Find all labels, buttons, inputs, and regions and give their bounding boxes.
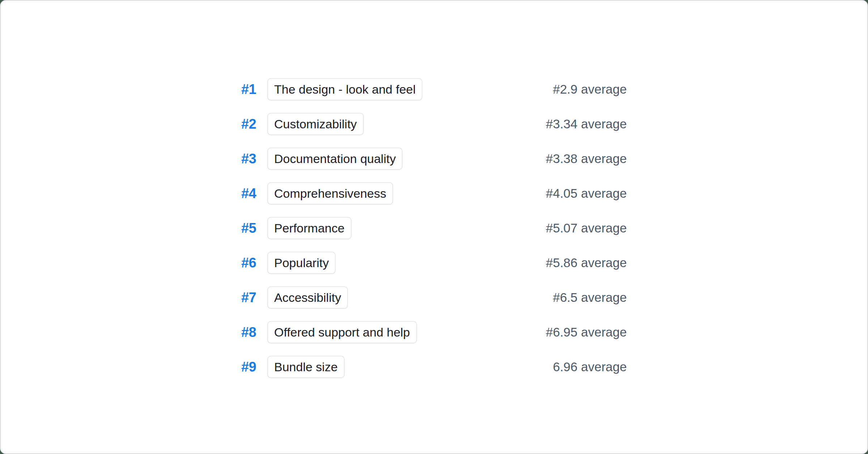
- option-pill[interactable]: Bundle size: [267, 356, 345, 378]
- ranking-row: #7 Accessibility #6.5 average: [241, 280, 627, 315]
- average-value: #6.5 average: [553, 290, 627, 305]
- ranking-row: #3 Documentation quality #3.38 average: [241, 141, 627, 176]
- option-label: Bundle size: [274, 360, 338, 374]
- option-pill[interactable]: Popularity: [267, 252, 336, 274]
- average-value: #3.38 average: [546, 151, 627, 166]
- average-value: 6.96 average: [553, 360, 627, 374]
- option-label: Popularity: [274, 256, 329, 270]
- ranking-row: #2 Customizability #3.34 average: [241, 107, 627, 141]
- option-pill[interactable]: Accessibility: [267, 286, 348, 309]
- option-pill[interactable]: Comprehensiveness: [267, 182, 393, 205]
- option-label: Comprehensiveness: [274, 187, 386, 201]
- rank-badge: #2: [241, 116, 256, 132]
- option-label: Customizability: [274, 117, 357, 131]
- option-label: The design - look and feel: [274, 82, 416, 97]
- average-value: #2.9 average: [553, 82, 627, 97]
- rank-badge: #9: [241, 359, 256, 375]
- option-pill[interactable]: The design - look and feel: [267, 78, 422, 100]
- rank-badge: #4: [241, 186, 256, 201]
- rank-badge: #3: [241, 151, 256, 167]
- rank-badge: #1: [241, 82, 256, 97]
- rank-badge: #5: [241, 220, 256, 236]
- rank-badge: #6: [241, 255, 256, 271]
- ranking-row: #6 Popularity #5.86 average: [241, 245, 627, 280]
- average-value: #6.95 average: [546, 325, 627, 339]
- option-label: Performance: [274, 221, 345, 235]
- average-value: #5.86 average: [546, 256, 627, 270]
- option-pill[interactable]: Documentation quality: [267, 147, 403, 170]
- option-label: Offered support and help: [274, 325, 410, 339]
- rank-badge: #8: [241, 325, 256, 340]
- ranking-row: #4 Comprehensiveness #4.05 average: [241, 176, 627, 211]
- option-pill[interactable]: Customizability: [267, 113, 364, 135]
- rank-badge: #7: [241, 290, 256, 305]
- average-value: #3.34 average: [546, 117, 627, 131]
- ranking-row: #5 Performance #5.07 average: [241, 211, 627, 245]
- average-value: #5.07 average: [546, 221, 627, 235]
- option-label: Documentation quality: [274, 152, 396, 166]
- option-pill[interactable]: Offered support and help: [267, 321, 417, 343]
- option-pill[interactable]: Performance: [267, 217, 352, 239]
- ranking-row: #9 Bundle size 6.96 average: [241, 350, 627, 384]
- average-value: #4.05 average: [546, 186, 627, 201]
- results-card: #1 The design - look and feel #2.9 avera…: [0, 0, 868, 454]
- ranking-row: #1 The design - look and feel #2.9 avera…: [241, 72, 627, 107]
- ranking-results-list: #1 The design - look and feel #2.9 avera…: [241, 72, 627, 384]
- ranking-row: #8 Offered support and help #6.95 averag…: [241, 315, 627, 350]
- option-label: Accessibility: [274, 291, 341, 305]
